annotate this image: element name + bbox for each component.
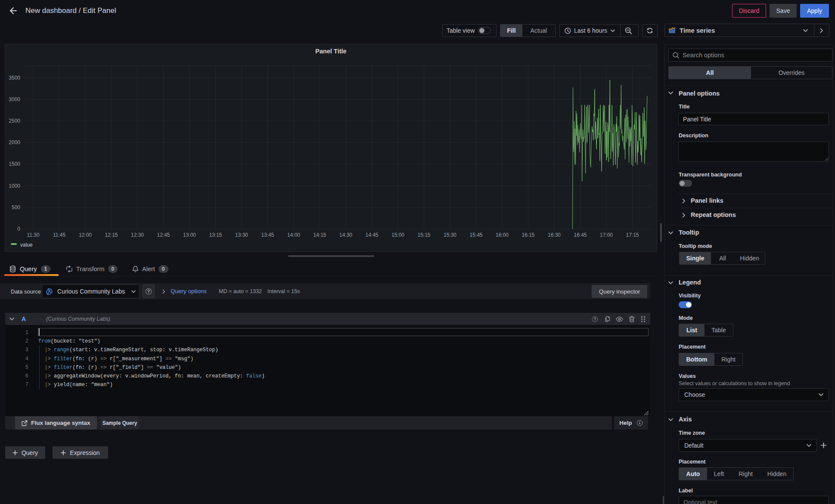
svg-text:15:30: 15:30 [444,232,456,238]
svg-text:16:30: 16:30 [548,232,561,238]
svg-text:16:15: 16:15 [521,232,534,238]
svg-text:1000: 1000 [9,183,20,189]
svg-text:17:15: 17:15 [626,232,639,238]
svg-text:14:00: 14:00 [287,232,300,238]
svg-text:11:45: 11:45 [53,232,65,238]
svg-text:13:00: 13:00 [183,232,196,238]
svg-text:14:45: 14:45 [365,232,378,238]
svg-text:12:45: 12:45 [157,232,170,238]
svg-text:3500: 3500 [9,75,20,81]
svg-text:12:15: 12:15 [105,232,118,238]
svg-text:3000: 3000 [9,96,20,102]
svg-text:value: value [20,242,33,248]
svg-text:16:45: 16:45 [574,232,587,238]
svg-text:13:30: 13:30 [235,232,248,238]
svg-text:14:15: 14:15 [313,232,326,238]
svg-text:15:00: 15:00 [391,232,404,238]
svg-text:15:45: 15:45 [469,232,482,238]
svg-text:17:00: 17:00 [600,232,613,238]
svg-text:12:30: 12:30 [131,232,144,238]
svg-text:13:45: 13:45 [261,232,274,238]
svg-text:15:15: 15:15 [417,232,430,238]
svg-text:1500: 1500 [9,161,20,167]
svg-text:0: 0 [17,226,20,232]
svg-text:12:00: 12:00 [79,232,92,238]
svg-text:14:30: 14:30 [339,232,352,238]
svg-text:2500: 2500 [9,118,20,124]
svg-text:2000: 2000 [9,139,20,145]
svg-text:11:30: 11:30 [27,232,39,238]
svg-text:500: 500 [12,204,20,210]
svg-text:13:15: 13:15 [209,232,222,238]
svg-text:16:00: 16:00 [496,232,509,238]
